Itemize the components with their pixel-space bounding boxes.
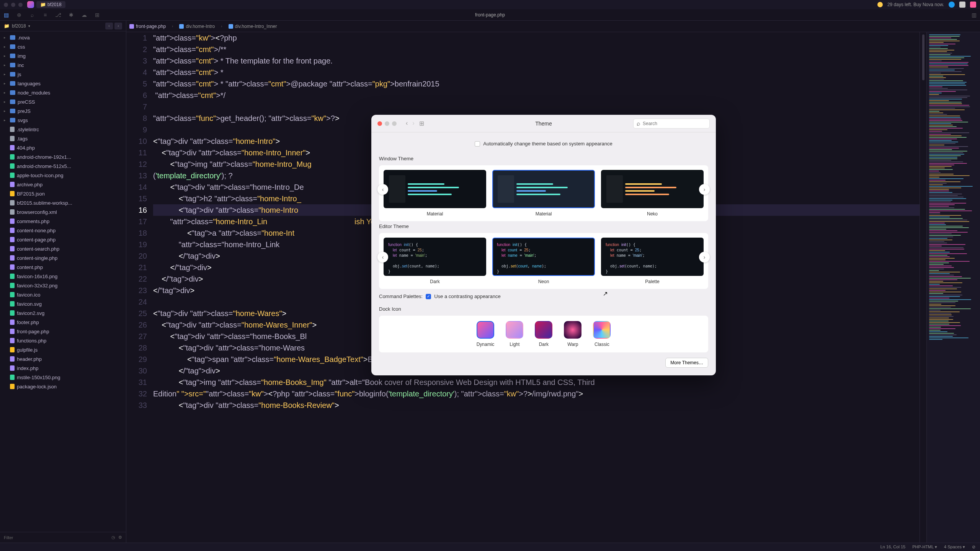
clock-icon[interactable]: ◷ bbox=[111, 535, 115, 540]
tree-file[interactable]: content-page.php bbox=[0, 235, 126, 244]
prefs-back-button[interactable]: ‹ bbox=[406, 120, 408, 127]
git-icon[interactable]: ⎇ bbox=[55, 12, 61, 18]
indent-mode[interactable]: 4 Spaces ▾ bbox=[944, 544, 965, 549]
tree-folder[interactable]: ▸svgs bbox=[0, 116, 126, 125]
window-theme-card[interactable]: Neko bbox=[601, 170, 704, 217]
tree-folder[interactable]: ▸.nova bbox=[0, 33, 126, 42]
tree-file[interactable]: footer.php bbox=[0, 318, 126, 327]
project-selector[interactable]: 📁 bf2018 bbox=[36, 1, 65, 8]
tree-file[interactable]: favicon-32x32.png bbox=[0, 281, 126, 290]
window-theme-card[interactable]: Material bbox=[492, 170, 595, 217]
tree-folder[interactable]: ▸preJS bbox=[0, 106, 126, 116]
prefs-zoom-button[interactable] bbox=[392, 121, 397, 126]
nav-back-button[interactable]: ‹ bbox=[105, 23, 113, 29]
tree-file[interactable]: front-page.php bbox=[0, 327, 126, 336]
tree-file[interactable]: content.php bbox=[0, 262, 126, 272]
remote-icon[interactable]: ⊕ bbox=[16, 12, 22, 18]
tree-file[interactable]: .tags bbox=[0, 134, 126, 143]
dock-icon-option[interactable]: Light bbox=[506, 321, 523, 347]
prefs-search-input[interactable] bbox=[643, 121, 706, 126]
language-mode[interactable]: PHP-HTML ▾ bbox=[912, 544, 937, 549]
prev-window-theme-button[interactable]: ‹ bbox=[377, 184, 388, 195]
tree-folder[interactable]: ▸node_modules bbox=[0, 88, 126, 97]
nav-forward-button[interactable]: › bbox=[114, 23, 122, 29]
prefs-grid-button[interactable]: ⊞ bbox=[419, 120, 424, 127]
tree-file[interactable]: favicon.ico bbox=[0, 290, 126, 299]
tree-file[interactable]: comments.php bbox=[0, 217, 126, 226]
dock-icon-option[interactable]: Dark bbox=[535, 321, 552, 347]
sidebar-right-icon[interactable]: ▥ bbox=[971, 12, 977, 18]
tree-file[interactable]: browserconfig.xml bbox=[0, 207, 126, 217]
sidebar-project-name[interactable]: bf2018 bbox=[12, 23, 26, 29]
breadcrumb-item[interactable]: div.home-Intro_Inner bbox=[229, 24, 277, 29]
scrollbar-track[interactable] bbox=[920, 32, 926, 543]
tree-file[interactable]: favicon2.svg bbox=[0, 308, 126, 318]
dock-icon-option[interactable]: Dynamic bbox=[477, 321, 495, 347]
more-themes-button[interactable]: More Themes… bbox=[665, 358, 708, 368]
close-window-button[interactable] bbox=[4, 3, 8, 7]
tree-folder[interactable]: ▸img bbox=[0, 51, 126, 60]
tree-file[interactable]: mstile-150x150.png bbox=[0, 373, 126, 382]
prev-editor-theme-button[interactable]: ‹ bbox=[377, 252, 388, 262]
cursor-position[interactable]: Ln 16, Col 15 bbox=[880, 544, 905, 549]
issues-icon[interactable]: ⊘ bbox=[972, 544, 975, 549]
tree-file[interactable]: content-none.php bbox=[0, 226, 126, 235]
chevron-down-icon[interactable]: ▾ bbox=[28, 24, 30, 28]
tree-file[interactable]: .stylelintrc bbox=[0, 125, 126, 134]
tree-file[interactable]: content-search.php bbox=[0, 244, 126, 253]
zoom-window-button[interactable] bbox=[18, 3, 23, 7]
window-theme-card[interactable]: Material bbox=[384, 170, 486, 217]
prefs-close-button[interactable] bbox=[377, 121, 382, 126]
prefs-forward-button[interactable]: › bbox=[412, 120, 414, 127]
tree-file[interactable]: archive.php bbox=[0, 180, 126, 189]
auto-theme-checkbox[interactable] bbox=[475, 141, 480, 147]
clips-icon[interactable]: ✱ bbox=[68, 12, 74, 18]
editor-theme-card[interactable]: function init() { let count = 25; let na… bbox=[384, 238, 486, 284]
tree-file[interactable]: package-lock.json bbox=[0, 382, 126, 391]
editor-theme-card[interactable]: function init() { let count = 25; let na… bbox=[492, 238, 595, 284]
file-tree[interactable]: ▸.nova▸css▸img▸inc▸js▸languages▸node_mod… bbox=[0, 31, 126, 532]
minimize-window-button[interactable] bbox=[11, 3, 15, 7]
prefs-search[interactable]: ⌕ bbox=[633, 119, 710, 129]
tree-file[interactable]: android-chrome-192x1... bbox=[0, 152, 126, 161]
sync-icon[interactable] bbox=[949, 2, 955, 8]
search-icon[interactable]: ⌕ bbox=[29, 12, 35, 18]
next-editor-theme-button[interactable]: › bbox=[699, 252, 710, 262]
tree-folder[interactable]: ▸css bbox=[0, 42, 126, 51]
contrasting-appearance-checkbox[interactable] bbox=[426, 294, 431, 299]
tree-file[interactable]: index.php bbox=[0, 364, 126, 373]
breadcrumb-file[interactable]: front-page.php bbox=[129, 24, 166, 29]
publish-icon[interactable]: ☁ bbox=[81, 12, 87, 18]
tree-folder[interactable]: ▸languages bbox=[0, 79, 126, 88]
tree-folder[interactable]: ▸preCSS bbox=[0, 97, 126, 106]
tree-file[interactable]: android-chrome-512x5... bbox=[0, 161, 126, 171]
dock-icon-option[interactable]: Warp bbox=[564, 321, 581, 347]
files-icon[interactable]: ▤ bbox=[3, 12, 9, 18]
breadcrumb-item[interactable]: div.home-Intro bbox=[179, 24, 215, 29]
tree-file[interactable]: favicon.svg bbox=[0, 299, 126, 308]
prefs-minimize-button[interactable] bbox=[385, 121, 389, 126]
tree-folder[interactable]: ▸inc bbox=[0, 60, 126, 70]
settings-icon[interactable]: ⚙ bbox=[118, 535, 122, 540]
tree-folder[interactable]: ▸js bbox=[0, 70, 126, 79]
tree-file[interactable]: bf2015.sublime-worksp... bbox=[0, 198, 126, 207]
scrollbar-thumb[interactable] bbox=[922, 34, 924, 80]
tree-file[interactable]: apple-touch-icon.png bbox=[0, 171, 126, 180]
tree-file[interactable]: header.php bbox=[0, 354, 126, 364]
tree-file[interactable]: gulpfile.js bbox=[0, 345, 126, 354]
dock-icon-option[interactable]: Classic bbox=[593, 321, 611, 347]
panel-icon[interactable] bbox=[959, 2, 965, 8]
tree-file[interactable]: 404.php bbox=[0, 143, 126, 152]
editor-theme-card[interactable]: function init() { let count = 25; let na… bbox=[601, 238, 704, 284]
tree-file[interactable]: favicon-16x16.png bbox=[0, 272, 126, 281]
grid-icon[interactable]: ⊞ bbox=[94, 12, 100, 18]
tree-file[interactable]: content-single.php bbox=[0, 253, 126, 262]
add-icon[interactable] bbox=[970, 2, 976, 8]
tree-file[interactable]: functions.php bbox=[0, 336, 126, 345]
tree-file[interactable]: BF2015.json bbox=[0, 189, 126, 198]
minimap[interactable] bbox=[926, 32, 980, 543]
filter-input[interactable]: Filter bbox=[4, 535, 13, 540]
next-window-theme-button[interactable]: › bbox=[699, 184, 710, 195]
symbols-icon[interactable]: ≡ bbox=[42, 12, 48, 18]
trial-text[interactable]: 29 days left. Buy Nova now. bbox=[887, 2, 944, 7]
